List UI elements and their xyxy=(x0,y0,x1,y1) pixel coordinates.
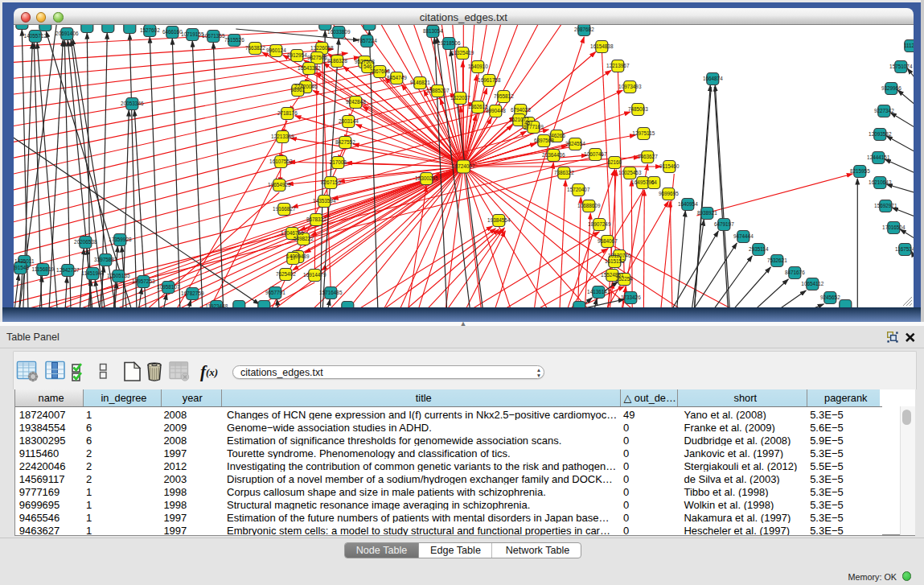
svg-text:9329966: 9329966 xyxy=(881,85,901,91)
svg-text:15692971: 15692971 xyxy=(874,203,897,208)
svg-text:9657791: 9657791 xyxy=(265,290,285,295)
svg-text:12975115: 12975115 xyxy=(632,130,655,136)
svg-text:10671355: 10671355 xyxy=(202,33,225,39)
svg-text:19384554: 19384554 xyxy=(487,217,511,223)
svg-text:16154838: 16154838 xyxy=(590,43,614,49)
svg-text:8267150: 8267150 xyxy=(321,179,341,185)
svg-text:8813054: 8813054 xyxy=(423,28,443,34)
svg-text:16210643: 16210643 xyxy=(869,179,892,185)
svg-text:17359928: 17359928 xyxy=(109,237,132,242)
svg-text:18300295: 18300295 xyxy=(415,175,438,181)
svg-text:1167534: 1167534 xyxy=(895,246,914,252)
svg-text:12213369: 12213369 xyxy=(271,134,294,139)
svg-text:14055712: 14055712 xyxy=(23,33,47,39)
svg-text:9960124: 9960124 xyxy=(266,47,286,53)
svg-text:6794028: 6794028 xyxy=(511,107,531,113)
svg-text:6479197: 6479197 xyxy=(714,221,734,227)
svg-text:1664874: 1664874 xyxy=(703,76,723,81)
svg-text:19654925: 19654925 xyxy=(268,182,291,187)
svg-text:2803144: 2803144 xyxy=(339,118,359,124)
svg-text:14136141: 14136141 xyxy=(587,289,610,295)
svg-text:7663822: 7663822 xyxy=(245,45,265,51)
svg-text:9146821: 9146821 xyxy=(410,80,430,85)
svg-text:7625402: 7625402 xyxy=(276,271,296,277)
svg-text:10719155: 10719155 xyxy=(181,31,204,37)
svg-text:391543: 391543 xyxy=(14,265,29,270)
svg-text:15885207: 15885207 xyxy=(426,88,450,93)
svg-text:12093582: 12093582 xyxy=(869,131,892,137)
svg-text:9242848: 9242848 xyxy=(346,99,366,105)
svg-text:1322037: 1322037 xyxy=(450,95,470,101)
svg-text:217008: 217008 xyxy=(329,159,347,165)
svg-text:8938921: 8938921 xyxy=(697,210,717,216)
svg-text:9699695: 9699695 xyxy=(659,191,679,196)
svg-text:1540910: 1540910 xyxy=(468,64,488,69)
svg-text:9827506: 9827506 xyxy=(307,55,327,60)
svg-text:8678332: 8678332 xyxy=(306,216,326,222)
svg-text:6897568: 6897568 xyxy=(534,138,554,143)
svg-text:16782759: 16782759 xyxy=(181,290,204,296)
svg-text:2367608: 2367608 xyxy=(370,68,390,74)
svg-text:12213967: 12213967 xyxy=(606,63,630,68)
svg-text:17: 17 xyxy=(290,255,296,261)
svg-text:10973493: 10973493 xyxy=(618,84,642,89)
svg-text:16543382: 16543382 xyxy=(298,65,321,71)
svg-text:11156819: 11156819 xyxy=(31,266,54,272)
svg-text:10654112: 10654112 xyxy=(801,281,823,286)
svg-text:14353594: 14353594 xyxy=(313,198,336,204)
svg-text:(x): (x) xyxy=(206,366,218,378)
svg-text:7515526: 7515526 xyxy=(224,37,244,43)
svg-text:10688609: 10688609 xyxy=(577,203,601,208)
svg-text:13226058: 13226058 xyxy=(310,45,334,51)
svg-text:16914479: 16914479 xyxy=(303,272,326,278)
svg-text:20206538: 20206538 xyxy=(74,239,97,245)
svg-text:10607467: 10607467 xyxy=(584,151,607,157)
svg-text:17957253: 17957253 xyxy=(132,278,155,284)
svg-text:9245652: 9245652 xyxy=(820,295,840,300)
svg-text:16107552: 16107552 xyxy=(269,159,293,164)
svg-text:1640954: 1640954 xyxy=(678,201,698,207)
svg-text:12942737: 12942737 xyxy=(56,267,80,273)
svg-text:9474444: 9474444 xyxy=(733,233,754,239)
svg-text:5498222: 5498222 xyxy=(294,236,314,241)
svg-text:20053346: 20053346 xyxy=(121,101,144,106)
svg-text:18724007: 18724007 xyxy=(452,163,475,169)
svg-text:7955812: 7955812 xyxy=(494,93,514,99)
svg-text:252254: 252254 xyxy=(615,276,633,282)
svg-text:7485003: 7485003 xyxy=(628,106,648,112)
svg-text:98961: 98961 xyxy=(290,87,305,93)
svg-text:8215955: 8215955 xyxy=(850,168,870,174)
svg-text:9684067: 9684067 xyxy=(598,238,618,244)
svg-text:2718176: 2718176 xyxy=(277,110,298,116)
svg-text:64: 64 xyxy=(651,179,657,185)
svg-text:11923448: 11923448 xyxy=(205,303,228,307)
svg-text:8186328: 8186328 xyxy=(327,58,347,64)
svg-text:8471676: 8471676 xyxy=(785,270,805,275)
svg-text:20691406: 20691406 xyxy=(55,31,79,36)
svg-text:18907249: 18907249 xyxy=(588,221,611,227)
svg-text:10025453: 10025453 xyxy=(618,170,642,175)
svg-text:9777169: 9777169 xyxy=(524,124,544,130)
svg-text:11325419: 11325419 xyxy=(451,50,474,56)
svg-text:10958107: 10958107 xyxy=(157,284,180,290)
svg-text:17016504: 17016504 xyxy=(882,225,906,230)
svg-text:7386322: 7386322 xyxy=(554,170,574,175)
svg-text:746266: 746266 xyxy=(548,133,565,138)
svg-text:16033809: 16033809 xyxy=(327,29,351,35)
svg-text:12444151: 12444151 xyxy=(867,154,890,160)
svg-text:15751074: 15751074 xyxy=(889,64,913,69)
svg-text:33975887: 33975887 xyxy=(94,257,117,262)
svg-text:8454749: 8454749 xyxy=(387,75,407,80)
svg-text:8912954: 8912954 xyxy=(287,52,307,58)
svg-text:7532621: 7532621 xyxy=(767,257,787,263)
svg-text:17046766: 17046766 xyxy=(281,230,304,236)
svg-text:11451944: 11451944 xyxy=(81,270,104,276)
svg-text:16961758: 16961758 xyxy=(478,77,501,83)
svg-text:1435011: 1435011 xyxy=(14,258,35,264)
svg-text:19166827: 19166827 xyxy=(273,206,296,212)
svg-text:8990448: 8990448 xyxy=(486,108,506,113)
svg-text:6466160: 6466160 xyxy=(162,29,183,35)
svg-text:15716485: 15716485 xyxy=(319,290,343,295)
svg-text:7857224: 7857224 xyxy=(357,38,377,43)
svg-text:62160: 62160 xyxy=(607,159,622,165)
